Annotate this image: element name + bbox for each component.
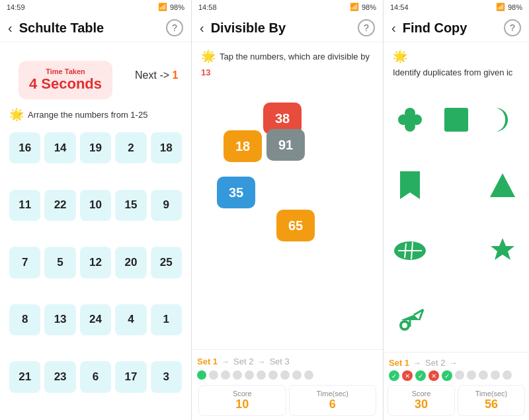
shape-flower[interactable] xyxy=(395,105,425,134)
help-button-3[interactable]: ? xyxy=(504,19,521,36)
grid-cell-2[interactable]: 2 xyxy=(115,132,146,163)
grid-cell-8[interactable]: 8 xyxy=(9,304,40,335)
shape-triangle[interactable] xyxy=(489,171,516,199)
sets-row-2: Set 1 → Set 2 → Set 3 xyxy=(197,357,378,366)
dot-3-2: ✓ xyxy=(415,370,426,381)
status-bar-1: 14:59 📶 98% xyxy=(0,0,191,14)
page-title-2: Divisible By xyxy=(211,21,351,36)
shape-football[interactable] xyxy=(393,239,427,263)
grid-cell-7[interactable]: 7 xyxy=(9,247,40,278)
time-taken-value: 4 Seconds xyxy=(29,75,102,93)
instruction-1: 🌟 Arrange the numbers from 1-25 xyxy=(0,99,191,127)
help-button-2[interactable]: ? xyxy=(358,19,375,36)
svg-marker-7 xyxy=(490,173,515,197)
instruction-text-1: Arrange the numbers from 1-25 xyxy=(28,110,147,120)
instruction-text-2: Tap the numbers, which are divisible by xyxy=(220,52,370,62)
p3-time-value: 56 xyxy=(461,398,522,411)
shape-moon[interactable] xyxy=(488,105,517,134)
nav-bar-3: ‹ Find Copy ? xyxy=(384,14,529,42)
grid-cell-17[interactable]: 17 xyxy=(115,361,146,392)
score-box-2: Score 10 xyxy=(198,385,286,416)
sun-icon-2: 🌟 xyxy=(201,49,216,63)
grid-cell-11[interactable]: 11 xyxy=(9,190,40,221)
grid-cell-13[interactable]: 13 xyxy=(44,304,75,335)
set1-label-2[interactable]: Set 1 xyxy=(197,357,218,366)
nav-bar-2: ‹ Divisible By ? xyxy=(192,14,383,42)
p3-set1-label[interactable]: Set 1 xyxy=(389,358,409,368)
dot-2-8 xyxy=(292,370,302,380)
dot-3-4: ✓ xyxy=(442,370,452,381)
svg-rect-5 xyxy=(444,108,468,132)
dot-2-6 xyxy=(268,370,278,380)
p3-time-box: Time(sec) 56 xyxy=(458,385,525,416)
shape-star[interactable] xyxy=(489,237,516,265)
score-value-2: 10 xyxy=(202,398,283,411)
grid-cell-21[interactable]: 21 xyxy=(9,361,40,392)
grid-cell-20[interactable]: 20 xyxy=(115,247,146,278)
grid-cell-1[interactable]: 1 xyxy=(151,304,182,335)
instruction-2: 🌟 Tap the numbers, which are divisible b… xyxy=(192,42,383,84)
time-label-2: Time(sec) xyxy=(292,390,374,398)
num-box-35[interactable]: 35 xyxy=(217,177,255,208)
status-bar-2: 14:58 📶 98% xyxy=(192,0,383,14)
time-value-2: 6 xyxy=(292,398,374,411)
grid-cell-10[interactable]: 10 xyxy=(80,190,111,221)
shape-wheelbarrow[interactable] xyxy=(394,302,426,331)
dot-2-9 xyxy=(304,370,313,380)
grid-cell-25[interactable]: 25 xyxy=(151,247,182,278)
shape-bookmark[interactable] xyxy=(397,170,423,200)
sun-icon-1: 🌟 xyxy=(9,107,24,122)
panel-findcopy: 14:54 📶 98% ‹ Find Copy ? 🌟 Identify dup… xyxy=(384,0,529,420)
dot-3-6 xyxy=(467,370,476,380)
grid-cell-18[interactable]: 18 xyxy=(151,132,182,163)
instruction-3: 🌟 Identify duplicates from given ic xyxy=(384,42,529,84)
shape-square[interactable] xyxy=(443,106,469,133)
p3-progress-area: Set 1 → Set 2 → xyxy=(384,352,529,370)
grid-cell-14[interactable]: 14 xyxy=(44,132,75,163)
num-box-18[interactable]: 18 xyxy=(224,130,262,162)
panel-divisible: 14:58 📶 98% ‹ Divisible By ? 🌟 Tap the n… xyxy=(192,0,384,420)
p3-score-row: Score 30 Time(sec) 56 xyxy=(384,385,529,420)
battery-1: 98% xyxy=(170,3,184,11)
grid-cell-16[interactable]: 16 xyxy=(9,132,40,163)
grid-cell-9[interactable]: 9 xyxy=(151,190,182,221)
instruction-text-3: Identify duplicates from given ic xyxy=(393,67,512,77)
grid-cell-15[interactable]: 15 xyxy=(115,190,146,221)
grid-cell-4[interactable]: 4 xyxy=(115,304,146,335)
help-button-1[interactable]: ? xyxy=(166,19,183,36)
dot-2-0 xyxy=(197,370,206,380)
grid-cell-5[interactable]: 5 xyxy=(44,247,75,278)
grid-cell-22[interactable]: 22 xyxy=(44,190,75,221)
back-button-1[interactable]: ‹ xyxy=(8,21,13,36)
p3-score-value: 30 xyxy=(391,398,452,411)
grid-cell-23[interactable]: 23 xyxy=(44,361,75,392)
battery-3: 98% xyxy=(508,3,522,11)
grid-cell-12[interactable]: 12 xyxy=(80,247,111,278)
time-taken-label: Time Taken xyxy=(29,67,102,75)
panel-schulte: 14:59 📶 98% ‹ Schulte Table ? Time Taken… xyxy=(0,0,192,420)
p3-set2-label[interactable]: Set 2 xyxy=(425,358,445,368)
p3-score-box: Score 30 xyxy=(387,385,455,416)
set2-label-2[interactable]: Set 2 xyxy=(233,357,253,366)
num-box-65[interactable]: 65 xyxy=(276,210,315,241)
number-grid: 1614192181122101597512202581324412123617… xyxy=(0,127,191,420)
score-label-2: Score xyxy=(202,390,283,398)
dot-3-1: ✕ xyxy=(402,370,413,381)
p3-dots-row: ✓✕✓✕✓ xyxy=(384,370,529,385)
back-button-3[interactable]: ‹ xyxy=(391,21,396,36)
game-area-2: 3818913565 xyxy=(197,84,378,349)
score-row-2: Score 10 Time(sec) 6 xyxy=(197,385,378,416)
set3-label-2[interactable]: Set 3 xyxy=(269,357,289,366)
grid-cell-24[interactable]: 24 xyxy=(80,304,111,335)
grid-cell-6[interactable]: 6 xyxy=(80,361,111,392)
time-1: 14:59 xyxy=(7,3,25,11)
grid-cell-3[interactable]: 3 xyxy=(151,361,182,392)
p3-score-label: Score xyxy=(391,390,452,398)
next-number: 1 xyxy=(173,69,179,81)
num-box-91[interactable]: 91 xyxy=(266,129,305,161)
page-title-1: Schulte Table xyxy=(19,21,159,36)
grid-cell-19[interactable]: 19 xyxy=(80,132,111,163)
back-button-2[interactable]: ‹ xyxy=(200,21,204,36)
time-3: 14:54 xyxy=(390,3,409,11)
dot-3-5 xyxy=(455,370,464,380)
